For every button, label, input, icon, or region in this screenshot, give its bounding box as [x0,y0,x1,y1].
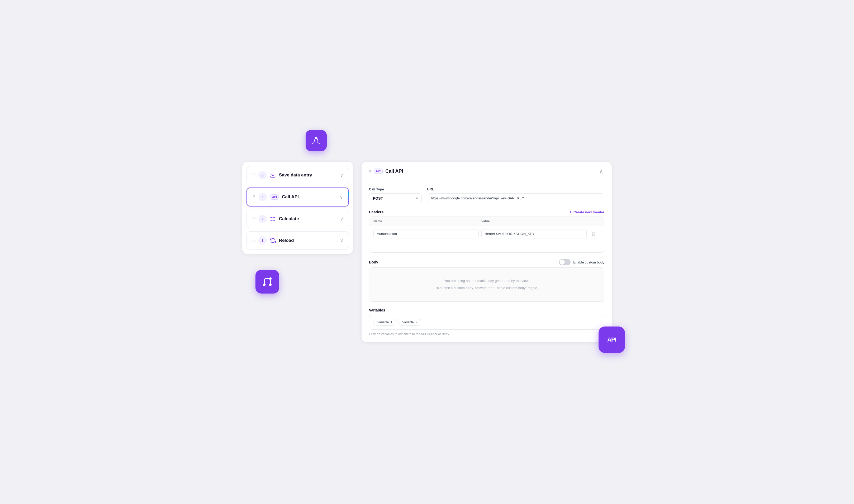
header-api-badge: API [374,168,383,174]
variables-container: Variable_1 Variable_2 [369,315,604,330]
header-value-input[interactable] [481,229,587,238]
body-placeholder-text-2: To submit a custom body, activate the "E… [435,285,538,291]
headers-section-header: Headers + Create new Header [369,210,604,214]
chevron-2-icon: ∨ [340,216,343,222]
call-type-select[interactable]: POST ▾ [369,193,422,203]
steps-panel: ⠿ 0 Save data entry ∨ ⠿ 1 API Call API ∨ [242,162,353,254]
trash-icon [591,232,596,236]
api-icon-float: API [598,326,612,342]
body-placeholder-text-1: You are using an automatic body generate… [444,278,529,284]
drag-handle-2[interactable]: ⠿ [252,217,255,221]
body-placeholder: You are using an automatic body generate… [369,267,604,302]
url-group: URL [427,187,604,203]
body-section: Body Enable custom body You are using an… [369,259,604,302]
chevron-0-icon: ∨ [340,172,343,178]
step-number-1: 1 [259,193,267,201]
toggle-label: Enable custom body [573,260,604,264]
add-header-button[interactable]: + Create new Header [570,210,604,214]
reload-icon [270,238,276,244]
variables-section: Variables Variable_1 Variable_2 Click on… [369,308,604,336]
step-item-1[interactable]: ⠿ 1 API Call API ∨ [246,187,349,206]
step-number-2: 2 [258,215,267,223]
delete-header-button[interactable] [589,230,598,238]
chevron-3-icon: ∨ [340,238,343,244]
call-type-chevron-icon: ▾ [416,196,418,200]
step-item-3[interactable]: ⠿ 3 Reload ∨ [246,231,349,250]
panel-body: Call Type POST ▾ URL Headers + [362,181,612,342]
headers-section-title: Headers [369,210,383,214]
headers-section: Headers + Create new Header Name Value [369,210,604,253]
step-3-label: Reload [279,238,337,243]
call-type-group: Call Type POST ▾ [369,187,422,203]
headers-table-body [369,226,604,252]
panel-title: Call API [385,168,403,174]
variables-hint: Click on variables to add them to the AP… [369,332,604,336]
chevron-1-icon: ∨ [339,194,343,200]
drag-handle-1[interactable]: ⠿ [252,195,256,200]
step-1-label: Call API [282,194,336,200]
url-input[interactable] [427,193,604,203]
plus-icon: + [570,210,572,214]
url-label: URL [427,187,604,191]
panel-header-left: 0 API Call API [369,168,403,174]
enable-custom-body-toggle[interactable] [559,259,571,265]
step-0-label: Save data entry [279,173,337,178]
step-item-2[interactable]: ⠿ 2 Calculate ∨ [246,210,349,228]
add-header-label: Create new Header [573,210,604,214]
drag-handle-3[interactable]: ⠿ [252,238,255,243]
value-col-label: Value [481,219,589,223]
drag-handle-0[interactable]: ⠿ [252,173,255,178]
save-icon [270,172,276,178]
header-name-input[interactable] [373,229,479,238]
calculate-icon [270,216,276,222]
step-item-0[interactable]: ⠿ 0 Save data entry ∨ [246,166,349,184]
headers-table-head: Name Value [369,217,604,226]
call-type-label: Call Type [369,187,422,191]
body-section-title: Body [369,260,378,264]
call-api-panel: 0 API Call API ∧ Call Type POST ▾ URL [362,162,612,342]
panel-header: 0 API Call API ∧ [362,162,612,181]
call-type-value: POST [373,196,383,200]
step-number-3: 3 [258,236,267,245]
main-container: ⠿ 0 Save data entry ∨ ⠿ 1 API Call API ∨ [242,162,612,342]
workflow-icon-float [256,270,279,293]
variable-chip-1[interactable]: Variable_1 [373,319,396,326]
step-2-label: Calculate [279,216,337,221]
variables-section-title: Variables [369,308,604,312]
call-type-url-row: Call Type POST ▾ URL [369,187,604,203]
header-row [373,229,600,238]
header-step-number: 0 [369,169,371,173]
body-section-header: Body Enable custom body [369,259,604,265]
collapse-button[interactable]: ∧ [598,167,604,175]
body-toggle-container: Enable custom body [559,259,604,265]
api-icon: API [270,194,279,200]
headers-table: Name Value [369,217,604,253]
code-icon-float [306,130,327,151]
variable-chip-2[interactable]: Variable_2 [398,319,421,326]
step-number-0: 0 [258,171,267,179]
name-col-label: Name [373,219,481,223]
